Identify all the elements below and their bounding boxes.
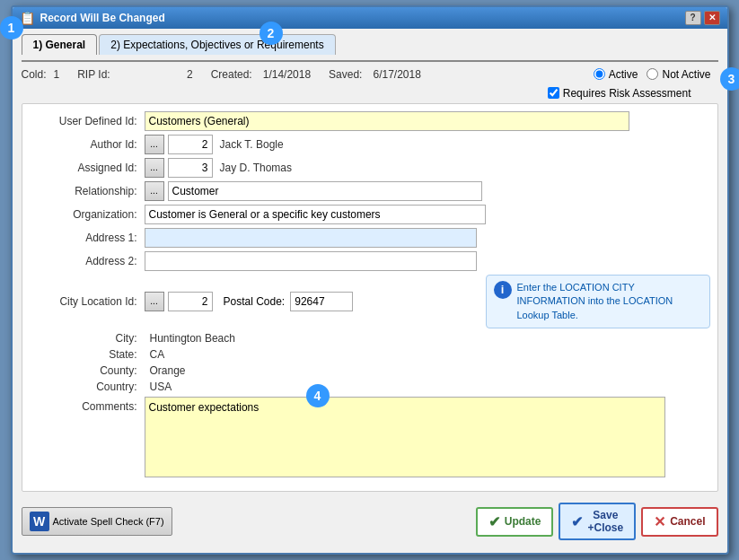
saved-value: 6/17/2018 bbox=[373, 68, 420, 81]
tabs-container: 1) General 2) Expectations, Objectives o… bbox=[22, 34, 718, 55]
save-close-button[interactable]: ✔ Save+Close bbox=[559, 503, 636, 540]
assigned-name: Jay D. Thomas bbox=[220, 162, 292, 174]
info-box: i Enter the LOCATION CITY INFORMATION in… bbox=[486, 275, 710, 328]
relationship-input[interactable] bbox=[168, 181, 482, 201]
address1-row: Address 1: bbox=[30, 228, 710, 248]
title-bar-buttons: ? ✕ bbox=[685, 11, 720, 25]
spell-icon: W bbox=[30, 512, 49, 531]
not-active-radio[interactable] bbox=[647, 68, 658, 80]
active-label: Active bbox=[609, 68, 638, 81]
country-value: USA bbox=[150, 381, 172, 393]
organization-input[interactable] bbox=[145, 205, 486, 224]
country-label: Country: bbox=[30, 381, 137, 393]
author-id-browse-button[interactable]: ... bbox=[145, 135, 164, 154]
organization-label: Organization: bbox=[30, 208, 137, 221]
requires-risk-checkbox[interactable] bbox=[548, 87, 559, 99]
info-text: Enter the LOCATION CITY INFORMATION into… bbox=[517, 281, 702, 322]
county-value: Orange bbox=[150, 364, 186, 377]
state-row: State: CA bbox=[30, 348, 710, 361]
author-name: Jack T. Bogle bbox=[220, 138, 284, 151]
city-location-id-row: City Location Id: ... Postal Code: i Ent… bbox=[30, 275, 710, 328]
address2-label: Address 2: bbox=[30, 255, 137, 267]
assigned-id-label: Assigned Id: bbox=[30, 162, 137, 174]
cancel-icon: ✕ bbox=[654, 513, 665, 530]
requires-risk-text: Requires Risk Assessment bbox=[563, 87, 691, 100]
comments-textarea[interactable]: Customer expectations bbox=[145, 397, 665, 477]
user-defined-id-row: User Defined Id: bbox=[30, 111, 710, 131]
city-value: Huntington Beach bbox=[150, 332, 235, 345]
comments-label: Comments: bbox=[30, 400, 137, 413]
county-row: County: Orange bbox=[30, 364, 710, 377]
status-radio-group: Active Not Active bbox=[594, 68, 711, 81]
update-button[interactable]: ✔ Update bbox=[476, 507, 554, 537]
relationship-browse-button[interactable]: ... bbox=[145, 181, 164, 201]
state-value: CA bbox=[150, 348, 165, 361]
city-label: City: bbox=[30, 332, 137, 345]
window-title: Record Will Be Changed bbox=[40, 12, 165, 24]
save-icon: ✔ bbox=[571, 513, 583, 530]
spell-check-button[interactable]: W Activate Spell Check (F7) bbox=[22, 507, 172, 536]
update-icon: ✔ bbox=[488, 513, 500, 530]
address1-label: Address 1: bbox=[30, 232, 137, 244]
update-label: Update bbox=[505, 515, 541, 528]
badge-2: 2 bbox=[260, 22, 283, 45]
user-defined-id-input[interactable] bbox=[145, 111, 629, 131]
comments-row: Comments: Customer expectations 4 bbox=[30, 397, 710, 480]
city-location-id-label: City Location Id: bbox=[30, 295, 137, 308]
rip-id-value: 2 bbox=[121, 68, 193, 81]
badge-1: 1 bbox=[0, 16, 23, 39]
city-location-id-browse-button[interactable]: ... bbox=[145, 292, 164, 311]
address2-row: Address 2: bbox=[30, 251, 710, 271]
author-id-label: Author Id: bbox=[30, 138, 137, 151]
assigned-id-input[interactable] bbox=[168, 158, 213, 178]
cold-value: 1 bbox=[54, 68, 60, 81]
cold-label: Cold: bbox=[22, 68, 47, 81]
assigned-id-browse-button[interactable]: ... bbox=[145, 158, 164, 178]
action-buttons: ✔ Update ✔ Save+Close ✕ Cancel bbox=[476, 503, 718, 540]
assigned-id-row: Assigned Id: ... Jay D. Thomas bbox=[30, 158, 710, 178]
author-id-input[interactable] bbox=[168, 135, 213, 154]
info-icon: i bbox=[494, 281, 512, 299]
relationship-row: Relationship: ... bbox=[30, 181, 710, 201]
organization-row: Organization: bbox=[30, 205, 710, 224]
city-location-id-input[interactable] bbox=[168, 292, 213, 311]
county-label: County: bbox=[30, 364, 137, 377]
address1-input[interactable] bbox=[145, 228, 477, 248]
postal-code-input[interactable] bbox=[290, 292, 353, 311]
requires-risk-label[interactable]: Requires Risk Assessment bbox=[548, 87, 691, 100]
tab-general[interactable]: 1) General bbox=[22, 34, 98, 55]
badge-4: 4 bbox=[306, 384, 330, 407]
spell-check-label: Activate Spell Check (F7) bbox=[53, 516, 164, 527]
saved-label: Saved: bbox=[329, 68, 362, 81]
bottom-bar: W Activate Spell Check (F7) ✔ Update ✔ S… bbox=[22, 499, 718, 544]
author-id-row: Author Id: ... Jack T. Bogle bbox=[30, 135, 710, 154]
not-active-radio-label[interactable]: Not Active bbox=[647, 68, 710, 81]
cancel-button[interactable]: ✕ Cancel bbox=[641, 507, 717, 537]
cancel-label: Cancel bbox=[670, 515, 705, 528]
save-close-label: Save+Close bbox=[587, 509, 623, 534]
country-row: Country: USA bbox=[30, 381, 710, 393]
tab-expectations[interactable]: 2) Expectations, Objectives or Requireme… bbox=[99, 34, 335, 55]
meta-row: Cold: 1 RIP Id: 2 Created: 1/14/2018 Sav… bbox=[22, 66, 718, 83]
postal-code-label: Postal Code: bbox=[224, 295, 286, 308]
state-label: State: bbox=[30, 348, 137, 361]
close-button[interactable]: ✕ bbox=[704, 11, 720, 25]
rip-id-label: RIP Id: bbox=[77, 68, 110, 81]
city-row: City: Huntington Beach bbox=[30, 332, 710, 345]
form-section: User Defined Id: Author Id: ... Jack T. … bbox=[22, 103, 718, 492]
created-label: Created: bbox=[211, 68, 252, 81]
address2-input[interactable] bbox=[145, 251, 477, 271]
title-bar: 📋 Record Will Be Changed ? ✕ bbox=[13, 7, 727, 29]
active-radio[interactable] bbox=[594, 68, 605, 80]
active-radio-label[interactable]: Active bbox=[594, 68, 638, 81]
main-window: 📋 Record Will Be Changed ? ✕ 1 1) Genera… bbox=[11, 5, 729, 555]
not-active-label: Not Active bbox=[662, 68, 710, 81]
requires-risk-row: Requires Risk Assessment bbox=[22, 87, 718, 100]
user-defined-id-label: User Defined Id: bbox=[30, 115, 137, 127]
badge-3: 3 bbox=[720, 67, 740, 91]
help-button[interactable]: ? bbox=[685, 11, 701, 25]
relationship-label: Relationship: bbox=[30, 185, 137, 197]
created-value: 1/14/2018 bbox=[263, 68, 311, 81]
